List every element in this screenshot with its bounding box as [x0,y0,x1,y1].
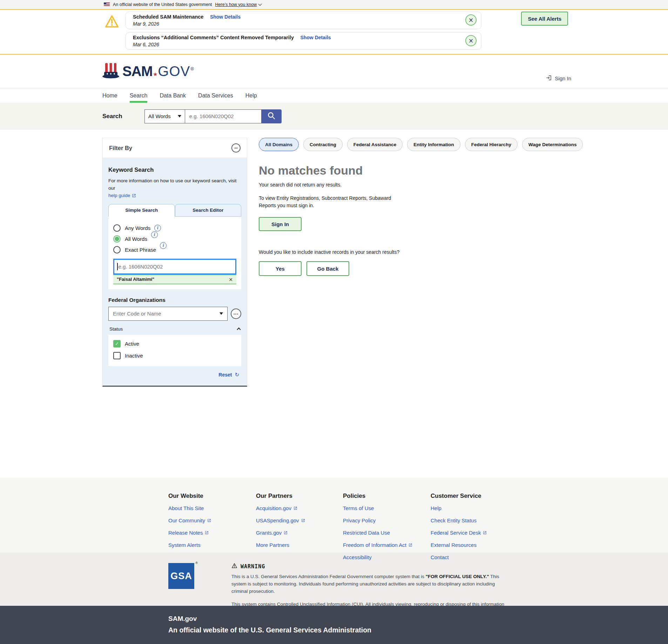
minus-icon: − [234,145,238,151]
external-link-icon [293,506,297,510]
footer-link-restricted-data-use[interactable]: Restricted Data Use [343,530,431,536]
checked-checkbox-icon: ✓ [113,340,121,347]
collapse-filters-button[interactable]: − [231,143,241,152]
warning-triangle-icon [104,15,119,29]
show-details-link[interactable]: Show Details [300,35,331,40]
how-you-know-link[interactable]: Here’s how you know [215,2,262,7]
footer-heading: Our Partners [256,493,343,500]
footer-link-our-community[interactable]: Our Community [168,517,256,523]
banner-text: An official website of the United States… [113,2,212,7]
domain-tabs: All Domains Contracting Federal Assistan… [259,138,567,151]
search-button[interactable] [262,109,282,123]
footer-link-terms-of-use[interactable]: Terms of Use [343,505,431,511]
footer-link-help[interactable]: Help [431,505,518,511]
more-options-button[interactable]: ... [231,309,241,319]
gsa-logo: GSA [168,563,194,589]
tab-search-editor[interactable]: Search Editor [175,204,242,217]
alert-item: Exclusions “Additional Comments” Content… [126,32,481,50]
nav-item-help[interactable]: Help [245,88,257,103]
go-back-button[interactable]: Go Back [306,261,349,276]
footer-link-contact[interactable]: Contact [431,554,518,560]
footer-heading: Our Website [168,493,256,500]
footer-link-grants-gov[interactable]: Grants.gov [256,530,343,536]
footer-link-accessibility[interactable]: Accessibility [343,554,431,560]
filter-panel: Filter By − Keyword Search For more info… [102,138,247,387]
chip-remove-icon[interactable]: × [229,277,233,282]
domain-tab-all-domains[interactable]: All Domains [259,138,299,151]
info-icon[interactable]: i [154,225,161,231]
nav-item-data-bank[interactable]: Data Bank [160,88,186,103]
footer-link-about-this-site[interactable]: About This Site [168,505,256,511]
external-link-icon [132,194,136,198]
federal-organizations-heading: Federal Organizations [108,297,241,303]
footer-link-foia[interactable]: Freedom of Information Act [343,542,431,548]
checkbox-inactive[interactable]: Inactive [113,352,236,359]
footer-link-federal-service-desk[interactable]: Federal Service Desk [431,530,518,536]
site-header: SAM ★ GOV ® Sign In [0,55,668,88]
info-icon[interactable]: i [160,242,167,249]
domain-tab-contracting[interactable]: Contracting [303,138,343,151]
radio-all-words[interactable] [113,235,121,243]
nav-item-data-services[interactable]: Data Services [198,88,233,103]
tab-simple-search[interactable]: Simple Search [108,204,175,217]
nav-item-search[interactable]: Search [130,88,148,103]
footer-link-system-alerts[interactable]: System Alerts [168,542,256,548]
footer-link-acquisition-gov[interactable]: Acquisition.gov [256,505,343,511]
warning-paragraph-2: This system contains Controlled Unclassi… [231,601,512,616]
external-link-icon [301,518,305,522]
search-input[interactable]: e.g. 1606N020Q02 [185,109,262,123]
external-link-icon [483,531,487,535]
chevron-up-icon [237,328,241,332]
close-icon: × [468,37,473,44]
inactive-records-question: Would you like to include inactive recor… [259,249,567,255]
radio-exact-phrase[interactable] [113,246,121,253]
info-icon[interactable]: i [151,231,158,238]
sign-in-button[interactable]: Sign In [259,217,302,231]
footer-link-check-entity-status[interactable]: Check Entity Status [431,517,518,523]
search-mode-select[interactable]: All Words [144,109,185,123]
sam-gov-logo[interactable]: SAM ★ GOV ® [102,62,194,81]
checkbox-active[interactable]: ✓ Active [113,340,236,347]
show-details-link[interactable]: Show Details [210,14,241,20]
sign-in-link[interactable]: Sign In [546,75,571,82]
domain-tab-federal-hierarchy[interactable]: Federal Hierarchy [465,138,518,151]
status-section-toggle[interactable]: Status [108,326,241,332]
gov-banner: An official website of the United States… [0,0,668,10]
sign-in-message: To view Entity Registrations, Subcontrac… [259,195,410,209]
federal-organizations-select[interactable]: Enter Code or Name [108,307,228,321]
footer-link-usaspending-gov[interactable]: USASpending.gov [256,517,343,523]
yes-button[interactable]: Yes [259,261,302,276]
radio-any-words[interactable] [113,224,121,232]
domain-tab-entity-information[interactable]: Entity Information [407,138,460,151]
nav-item-home[interactable]: Home [102,88,117,103]
external-link-icon [205,531,209,535]
alert-title: Scheduled SAM Maintenance [133,14,203,20]
domain-tab-wage-determinations[interactable]: Wage Determinations [522,138,583,151]
domain-tab-federal-assistance[interactable]: Federal Assistance [347,138,403,151]
footer-link-privacy-policy[interactable]: Privacy Policy [343,517,431,523]
close-alert-button[interactable]: × [465,14,477,26]
alert-date: Mar 9, 2026 [133,21,461,27]
status-options: ✓ Active Inactive [108,335,241,366]
reset-filters-button[interactable]: Reset ↻ [108,366,241,382]
magnifier-icon [267,111,276,121]
footer-heading: Customer Service [431,493,518,500]
warning-paragraph-1: This is a U.S. General Services Administ… [231,573,512,595]
help-guide-link[interactable]: help guide [108,192,136,199]
close-alert-button[interactable]: × [465,35,477,46]
chevron-down-icon [258,2,262,6]
footer-link-external-resources[interactable]: External Resources [431,542,518,548]
caret-down-icon [178,115,181,117]
no-results-message: Your search did not return any results. [259,182,567,188]
see-all-alerts-button[interactable]: See All Alerts [521,12,568,26]
us-flag-icon [104,2,110,7]
keyword-tabs: Simple Search Search Editor [108,204,241,217]
keyword-input[interactable]: e.g. 1606N020Q02 [113,259,236,274]
keyword-chip: "Faisal Altamimi" × [113,274,236,284]
close-icon: × [468,16,473,23]
external-link-icon [409,543,412,547]
footer-link-more-partners[interactable]: More Partners [256,542,343,548]
login-icon [546,75,552,82]
check-icon: ✓ [115,341,119,346]
footer-link-release-notes[interactable]: Release Notes [168,530,256,536]
